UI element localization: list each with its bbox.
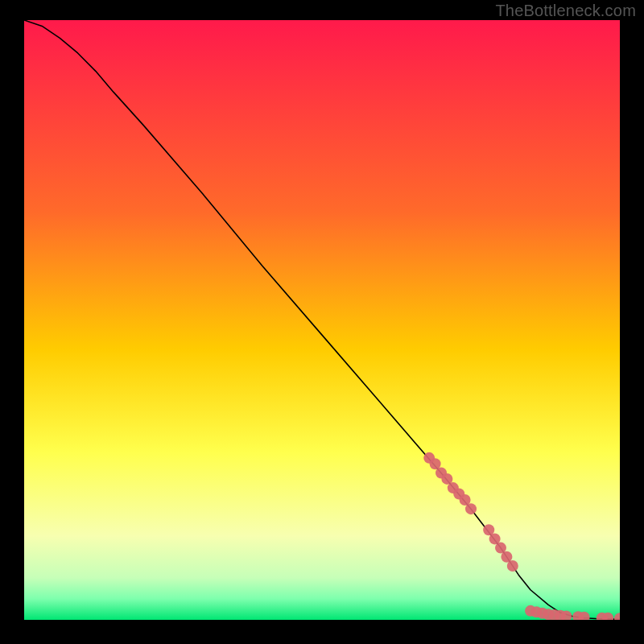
data-point: [465, 503, 477, 514]
plot-background: [24, 20, 620, 620]
watermark-text: TheBottleneck.com: [495, 2, 636, 20]
chart-svg: [24, 20, 620, 620]
data-point: [507, 560, 518, 572]
chart-container: [24, 20, 620, 620]
